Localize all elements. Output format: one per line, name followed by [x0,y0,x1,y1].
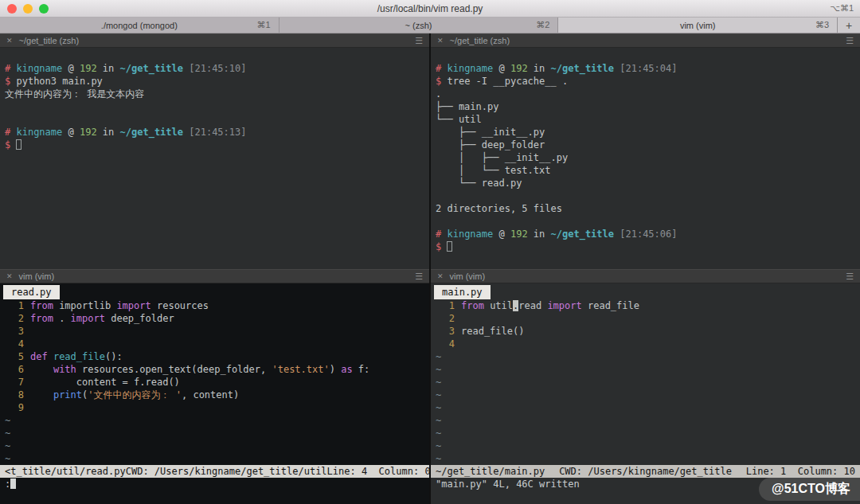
text-run: @ [493,229,510,240]
vim-code-area: 1from util.read import read_file23read_f… [431,299,860,465]
text-run: ~ [436,377,441,388]
watermark-51cto: @51CTO博客 [759,478,860,501]
text-run: ├── deep_folder [436,139,545,150]
vim-status-file: <t_title/util/read.py [5,465,126,478]
terminal-line: │ └── test.txt [436,164,855,177]
vim-code-line: 7 content = f.read() [5,376,429,389]
pane-menu-icon[interactable]: ☰ [415,272,423,282]
pane-title: vim (vim) [19,272,409,281]
tab-zsh[interactable]: ~ (zsh) ⌘2 [280,18,559,33]
text-run: python3 main.py [10,76,103,87]
text-run: as [341,364,352,375]
zoom-window-button[interactable] [39,4,49,14]
terminal-line: # kingname @ 192 in ~/get_title [21:45:1… [5,62,424,75]
vim-code-line: 4 [5,338,429,350]
line-number: 3 [436,325,461,338]
pane-close-icon[interactable]: ✕ [6,33,13,48]
text-run: in [97,127,120,138]
vim-filler-line: ~ [5,440,429,452]
text-run: # [436,63,447,74]
terminal-line: $ [5,139,424,151]
tab-label: ./mongod (mongod) [101,21,178,30]
text-run: 192 [510,229,528,240]
text-run [30,389,53,400]
vim-filler-line: ~ [436,401,860,414]
text-run: [21:45:06] [614,229,677,240]
text-run: def [30,351,48,362]
vim-status-file: ~/get_title/main.py [436,465,545,478]
cursor [16,139,22,150]
terminal-vim-read-py[interactable]: read.py 1from importlib import resources… [0,283,429,504]
text-run: . [436,88,441,100]
new-tab-button[interactable]: + [838,18,860,33]
terminal-output-top-left[interactable]: # kingname @ 192 in ~/get_title [21:45:1… [0,48,429,269]
text-run: ~ [436,415,441,426]
vim-code-area: 1from importlib import resources2from . … [0,299,429,465]
text-run: │ ├── __init__.py [436,152,568,163]
terminal-line [436,215,855,228]
text-run: kingname [447,63,493,74]
text-run: ~ [436,440,441,451]
text-run: # [5,63,16,74]
text-run: @ [62,63,80,74]
tab-vim[interactable]: vim (vim) ⌘3 [558,18,838,33]
vim-buffer-tab: read.py [3,285,60,299]
text-run: ~ [5,453,10,464]
window-titlebar: /usr/local/bin/vim read.py ⌥⌘1 [0,0,860,18]
cursor [447,241,452,252]
vim-code-line: 8 print('文件中的内容为： ', content) [5,389,429,401]
terminal-output-top-right[interactable]: # kingname @ 192 in ~/get_title [21:45:0… [431,48,860,269]
cursor [10,479,16,489]
vim-code-line: 1from util.read import read_file [436,299,860,312]
text-run: ~ [436,428,441,439]
text-run [48,351,53,362]
vim-status-position: Line: 1 Column: 10 [746,465,855,478]
minimize-window-button[interactable] [23,4,33,14]
terminal-line: └── util [436,113,855,126]
vim-tabline: main.py [431,283,860,299]
text-run: ~ [436,351,441,362]
terminal-vim-main-py[interactable]: main.py 1from util.read import read_file… [431,283,860,504]
close-window-button[interactable] [7,4,17,14]
text-run: from [30,313,53,324]
iterm-window: /usr/local/bin/vim read.py ⌥⌘1 ./mongod … [0,0,860,504]
line-number: 4 [5,338,30,350]
vim-filler-line: ~ [436,414,860,427]
line-number: 1 [5,299,30,312]
terminal-line: # kingname @ 192 in ~/get_title [21:45:0… [436,228,855,240]
text-run: @ [62,127,80,138]
pane-menu-icon[interactable]: ☰ [846,272,854,282]
terminal-line: ├── main.py [436,100,855,113]
text-run: read_file [582,300,639,311]
text-run: kingname [447,229,493,240]
pane-title: ~/get_title (zsh) [450,36,840,45]
pane-close-icon[interactable]: ✕ [6,269,13,283]
text-run: (): [105,351,123,362]
pane-menu-icon[interactable]: ☰ [415,36,423,46]
text-run: ~/get_title [120,63,183,74]
pane-menu-icon[interactable]: ☰ [846,36,854,46]
text-run: util [484,300,513,311]
vim-filler-line: ~ [5,414,429,427]
split-panes: ✕ ~/get_title (zsh) ☰ # kingname @ 192 i… [0,33,860,504]
text-run: 192 [80,63,97,74]
tab-shortcut: ⌘3 [815,20,829,30]
text-run: $ [436,241,447,252]
text-run: [21:45:10] [183,63,246,74]
pane-close-icon[interactable]: ✕ [437,269,444,283]
text-run: ~ [5,415,10,426]
text-run: [21:45:13] [183,127,246,138]
line-number: 2 [436,312,461,325]
tab-mongod[interactable]: ./mongod (mongod) ⌘1 [0,18,280,33]
text-run: resources.open_text(deep_folder, [76,364,272,375]
pane-top-left-shell: ✕ ~/get_title (zsh) ☰ # kingname @ 192 i… [0,33,429,269]
pane-close-icon[interactable]: ✕ [437,33,444,48]
vim-filler-line: ~ [436,350,860,363]
vim-code-line: 2 [436,312,860,325]
pane-title: vim (vim) [450,272,840,281]
text-run: in [97,63,120,74]
vim-statusline: ~/get_title/main.py CWD: /Users/kingname… [431,465,860,478]
text-run: kingname [16,127,62,138]
text-run: deep_folder [105,313,174,324]
pane-bottom-right-vim: ✕ vim (vim) ☰ main.py 1from util.read im… [431,269,860,504]
